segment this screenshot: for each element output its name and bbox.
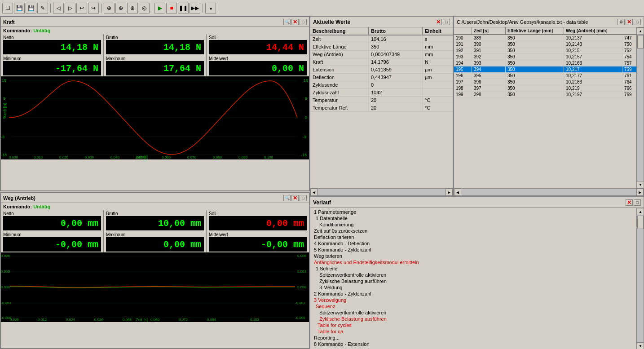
verlauf-tree-item[interactable]: 5 Kommando - Zyklenzahl (310, 247, 636, 253)
verlauf-tree-item[interactable]: Zyklische Belastung ausführen (310, 316, 636, 322)
dt-cell-einheit: mm (423, 43, 453, 50)
dg-row[interactable]: 192 391 350 10,215 752 (454, 48, 636, 54)
verlauf-tree-item[interactable]: Anfängliches und Endsteifigkeitsmodul er… (310, 259, 636, 265)
tb-fwd[interactable]: ▷ (65, 3, 75, 13)
hscroll-right[interactable]: ▶ (446, 189, 453, 196)
datafile-settings-btn[interactable]: ⚙ (618, 19, 625, 25)
verlauf-tree-item[interactable]: 2 Kommando - Zyklenzahl (310, 291, 636, 297)
verlauf-tree-item[interactable]: 4 Kommando - Deflection (310, 240, 636, 247)
verlauf-tree-item[interactable]: Konditionierung (310, 221, 636, 228)
weg-kommando-value: Untätig (33, 204, 50, 209)
dg-cell-extra: 766 (622, 85, 636, 91)
dg-row[interactable]: 191 390 350 10,2143 750 (454, 41, 636, 48)
dg-row[interactable]: 194 393 350 10,2163 757 (454, 60, 636, 66)
verlauf-close-btn[interactable]: ✕ (626, 199, 633, 206)
dg-row[interactable]: 190 389 350 10,2137 747 (454, 35, 636, 41)
aktuelle-table-row[interactable]: Deflection 0,443947 µm (310, 74, 453, 81)
datafile-close-btn[interactable]: ✕ (626, 19, 633, 25)
aktuelle-pin-btn[interactable]: □ (443, 19, 450, 25)
dg-row[interactable]: 197 396 350 10,2183 764 (454, 79, 636, 85)
weg-pin-btn[interactable]: □ (300, 195, 307, 201)
vscroll-thumb[interactable] (637, 35, 644, 49)
verlauf-tree-item[interactable]: Reporting... (310, 335, 636, 341)
tb-zoom2[interactable]: ⊕ (115, 3, 126, 13)
aktuelle-table-row[interactable]: Effektive Länge 350 mm (310, 43, 453, 51)
tb-pause[interactable]: ❚❚ (178, 3, 189, 13)
dg-hscroll-left[interactable]: ◀ (454, 189, 461, 196)
verlauf-tree-item[interactable]: Table for cycles (310, 322, 636, 328)
aktuelle-table-row[interactable]: Temperatur 20 °C (310, 97, 453, 104)
verlauf-pin-btn[interactable]: □ (634, 199, 641, 206)
verlauf-tree-item[interactable]: 8 Kommando - Extension (310, 341, 636, 347)
datafile-vscroll[interactable]: ▲ ▼ (636, 27, 644, 188)
verlauf-vscroll-thumb[interactable] (637, 216, 644, 229)
dg-cell-extra: 769 (622, 92, 636, 97)
kraft-kommando-label: Kommando: (3, 28, 32, 33)
dg-cell-extra: 759 (622, 66, 636, 72)
aktuelle-table-row[interactable]: Zeit 104,16 s (310, 35, 453, 43)
verlauf-vscroll[interactable]: ▲ ▼ (636, 208, 644, 349)
aktuelle-hscroll[interactable]: ◀ ▶ (310, 188, 453, 195)
verlauf-tree-item[interactable]: Deflection tarieren (310, 234, 636, 240)
verlauf-tree-item[interactable]: Table for qa (310, 328, 636, 335)
aktuelle-table-body[interactable]: Zeit 104,16 s Effektive Länge 350 mm Weg… (310, 35, 453, 188)
aktuelle-table-row[interactable]: Kraft 14,1796 N (310, 58, 453, 66)
dg-hscroll-right[interactable]: ▶ (636, 189, 644, 196)
tb-undo[interactable]: ↩ (76, 3, 87, 13)
verlauf-tree-item[interactable]: Weg tarieren (310, 253, 636, 259)
aktuelle-close-btn[interactable]: ✕ (435, 19, 442, 25)
tb-save2[interactable]: 💾 (26, 3, 36, 13)
aktuelle-table-row[interactable]: Zyklusende 0 (310, 81, 453, 89)
tb-tool[interactable]: ⬥ (205, 3, 216, 13)
tb-back[interactable]: ◁ (53, 3, 64, 13)
tb-zoom3[interactable]: ⊕ (127, 3, 138, 13)
verlauf-vscroll-down[interactable]: ▼ (637, 342, 644, 349)
verlauf-tree-item[interactable]: 3 Verzweigung (310, 297, 636, 303)
dg-row[interactable]: 199 398 350 10,2197 769 (454, 92, 636, 98)
dg-row[interactable]: 196 395 350 10,2177 761 (454, 73, 636, 79)
verlauf-tree-item[interactable]: Zyklische Belastung ausführen (310, 278, 636, 284)
svg-text:0.000: 0.000 (9, 155, 18, 159)
tb-save1[interactable]: 💾 (14, 3, 25, 13)
tb-stop[interactable]: ■ (166, 3, 177, 13)
dg-row[interactable]: 198 397 350 10,219 766 (454, 85, 636, 92)
tb-redo[interactable]: ↪ (88, 3, 99, 13)
kraft-close-btn[interactable]: ✕ (291, 19, 299, 25)
vscroll-down[interactable]: ▼ (637, 181, 644, 188)
tb-edit[interactable]: ✎ (37, 3, 48, 13)
verlauf-tree-item[interactable]: Sequenz (310, 303, 636, 309)
verlauf-vscroll-up[interactable]: ▲ (637, 208, 644, 215)
aktuelle-table-row[interactable]: Temperatur Ref. 20 °C (310, 104, 453, 112)
verlauf-tree-item[interactable]: Spitzenwertkontrolle aktivieren (310, 272, 636, 278)
verlauf-tree-item[interactable]: 3 Meldung (310, 284, 636, 291)
aktuelle-table-row[interactable]: Zyklusnzahl 1042 (310, 89, 453, 97)
dg-row[interactable]: 193 392 350 10,2157 754 (454, 54, 636, 60)
verlauf-tree-item[interactable]: Zeit auf 0s zurücksetzen (310, 228, 636, 234)
dg-cell-weg: 10,2137 (564, 35, 622, 41)
weg-search-btn[interactable]: 🔍 (283, 195, 291, 201)
aktuelle-table-row[interactable]: Weg (Antrieb) 0,000407349 mm (310, 51, 453, 58)
tb-zoom1[interactable]: ⊕ (104, 3, 115, 13)
datafile-pin-btn[interactable]: □ (634, 19, 641, 25)
kraft-search-btn[interactable]: 🔍 (283, 19, 291, 25)
verlauf-tree-item[interactable]: Spitzenwertkontrolle aktivieren (310, 309, 636, 316)
weg-close-btn[interactable]: ✕ (291, 195, 299, 201)
verlauf-tree-item[interactable]: 1 Parametermenge (310, 209, 636, 215)
dg-row[interactable]: 195 394 350 10,217 759 (454, 66, 636, 73)
tb-target[interactable]: ◎ (139, 3, 150, 13)
aktuelle-table-row[interactable]: Extension 0,411359 µm (310, 66, 453, 74)
dg-cell-eff: 350 (506, 85, 564, 91)
vscroll-up[interactable]: ▲ (637, 27, 644, 35)
kraft-pin-btn[interactable]: □ (300, 19, 307, 25)
dg-cell-zeit: 395 (472, 73, 506, 79)
tb-new[interactable]: ☐ (2, 3, 13, 13)
tb-play[interactable]: ▶ (154, 3, 165, 13)
dg-body[interactable]: 190 389 350 10,2137 747 191 390 350 10,2… (454, 35, 636, 188)
verlauf-tree-item[interactable]: 1 Datentabelle (310, 215, 636, 221)
svg-text:Kraft [N]: Kraft [N] (3, 103, 7, 118)
verlauf-tree-item[interactable]: 1 Schleife (310, 265, 636, 272)
hscroll-left[interactable]: ◀ (310, 189, 318, 196)
tb-ffwd[interactable]: ▶▶ (190, 3, 200, 13)
verlauf-body[interactable]: 1 Parametermenge1 DatentabelleKonditioni… (310, 208, 636, 349)
datafile-hscroll[interactable]: ◀ ▶ (454, 188, 644, 195)
